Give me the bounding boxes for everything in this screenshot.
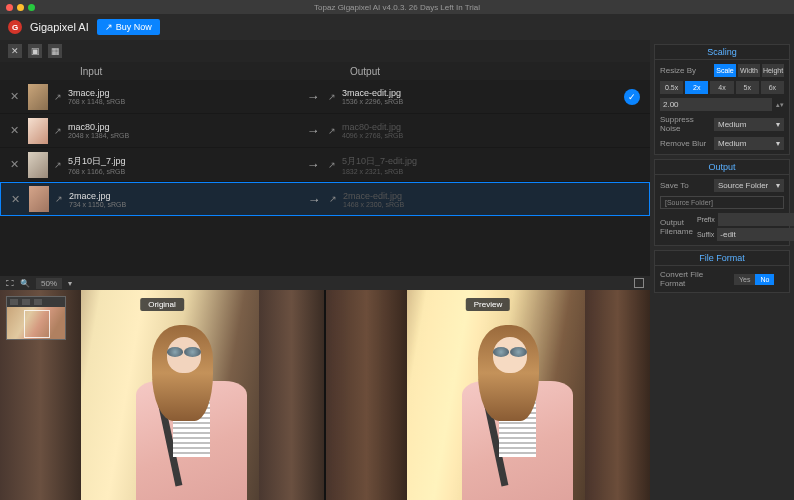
scaling-title: Scaling: [655, 45, 789, 60]
mode-width[interactable]: Width: [738, 64, 760, 77]
zoom-level[interactable]: 50%: [36, 278, 62, 289]
maximize-window[interactable]: [28, 4, 35, 11]
reveal-output-icon[interactable]: ↗: [328, 126, 342, 136]
chevron-down-icon: ▾: [776, 139, 780, 148]
file-format-panel: File Format Convert File Format Yes No: [654, 250, 790, 293]
buy-now-button[interactable]: ↗ Buy Now: [97, 19, 160, 35]
chevron-down-icon: ▾: [776, 120, 780, 129]
file-row[interactable]: ✕ ↗ 5月10日_7.jpg 768 x 1166, sRGB → ↗ 5月1…: [0, 148, 650, 182]
save-to-label: Save To: [660, 181, 710, 190]
check-icon[interactable]: ✓: [624, 89, 640, 105]
file-list: ✕ ↗ 3mace.jpg 768 x 1148, sRGB → ↗ 3mace…: [0, 80, 650, 216]
output-filename: 2mace-edit.jpg: [343, 191, 643, 201]
buy-label: Buy Now: [116, 22, 152, 32]
toggle-no[interactable]: No: [755, 274, 774, 285]
input-meta: 2048 x 1384, sRGB: [68, 132, 298, 139]
prefix-input[interactable]: [718, 213, 794, 226]
stepper-icon[interactable]: ▴▾: [776, 101, 784, 109]
list-headers: Input Output: [0, 62, 650, 80]
reveal-icon[interactable]: ↗: [54, 126, 68, 136]
custom-scale-input[interactable]: [660, 98, 772, 111]
remove-icon[interactable]: ✕: [6, 158, 22, 171]
app-logo-icon: G: [8, 20, 22, 34]
save-to-select[interactable]: Source Folder▾: [714, 179, 784, 192]
mode-height[interactable]: Height: [762, 64, 784, 77]
chevron-down-icon[interactable]: ▾: [68, 279, 72, 288]
chevron-down-icon: ▾: [776, 181, 780, 190]
output-filename: 3mace-edit.jpg: [342, 88, 624, 98]
suppress-noise-select[interactable]: Medium▾: [714, 118, 784, 131]
close-window[interactable]: [6, 4, 13, 11]
preset-2x[interactable]: 2x: [685, 81, 708, 94]
prefix-label: Prefix: [697, 216, 715, 223]
preview-label: Preview: [466, 298, 510, 311]
minimize-window[interactable]: [17, 4, 24, 11]
file-row[interactable]: ✕ ↗ 3mace.jpg 768 x 1148, sRGB → ↗ 3mace…: [0, 80, 650, 114]
input-meta: 734 x 1150, sRGB: [69, 201, 299, 208]
preset-5x[interactable]: 5x: [736, 81, 759, 94]
suffix-input[interactable]: [717, 228, 794, 241]
preview-toolbar: ⛶ 🔍 50% ▾: [0, 276, 650, 290]
thumbnail: [28, 118, 48, 144]
original-label: Original: [140, 298, 184, 311]
layout-toggle-icon[interactable]: [634, 278, 644, 288]
input-filename: 5月10日_7.jpg: [68, 155, 298, 168]
resize-by-label: Resize By: [660, 66, 710, 75]
scale-presets: 0.5x 2x 4x 5x 6x: [660, 81, 784, 94]
remove-icon[interactable]: ✕: [6, 124, 22, 137]
preset-6x[interactable]: 6x: [761, 81, 784, 94]
window-controls: [6, 4, 35, 11]
input-filename: 3mace.jpg: [68, 88, 298, 98]
output-filename-label: Output Filename: [660, 218, 693, 236]
window-title: Topaz Gigapixel AI v4.0.3. 26 Days Left …: [314, 3, 480, 12]
input-meta: 768 x 1148, sRGB: [68, 98, 298, 105]
output-meta: 1832 x 2321, sRGB: [342, 168, 644, 175]
clear-all-icon[interactable]: ✕: [8, 44, 22, 58]
app-name: Gigapixel AI: [30, 21, 89, 33]
fit-icon[interactable]: ⛶: [6, 279, 14, 288]
magnify-icon[interactable]: 🔍: [20, 279, 30, 288]
navigator-thumbs: [7, 297, 65, 307]
thumbnail: [29, 186, 49, 212]
remove-blur-label: Remove Blur: [660, 139, 710, 148]
output-meta: 1536 x 2296, sRGB: [342, 98, 624, 105]
file-format-title: File Format: [655, 251, 789, 266]
arrow-right-icon: →: [299, 192, 329, 207]
toolbar: ✕ ▣ ▦: [0, 40, 650, 62]
preset-0-5x[interactable]: 0.5x: [660, 81, 683, 94]
suppress-noise-label: Suppress Noise: [660, 115, 710, 133]
toggle-yes[interactable]: Yes: [734, 274, 755, 285]
browse-icon[interactable]: ▦: [48, 44, 62, 58]
output-meta: 1468 x 2300, sRGB: [343, 201, 643, 208]
scaling-panel: Scaling Resize By Scale Width Height 0.5…: [654, 44, 790, 155]
navigator[interactable]: [6, 296, 66, 340]
remove-icon[interactable]: ✕: [7, 193, 23, 206]
preview-pane[interactable]: Preview: [326, 290, 650, 500]
output-meta: 4096 x 2768, sRGB: [342, 132, 644, 139]
output-filename: 5月10日_7-edit.jpg: [342, 155, 644, 168]
remove-blur-select[interactable]: Medium▾: [714, 137, 784, 150]
list-empty-area: [0, 216, 650, 276]
reveal-output-icon[interactable]: ↗: [329, 194, 343, 204]
file-row-selected[interactable]: ✕ ↗ 2mace.jpg 734 x 1150, sRGB → ↗ 2mace…: [0, 182, 650, 216]
topbar: G Gigapixel AI ↗ Buy Now: [0, 14, 794, 40]
reveal-icon[interactable]: ↗: [55, 194, 69, 204]
reveal-output-icon[interactable]: ↗: [328, 160, 342, 170]
header-output: Output: [350, 66, 380, 77]
arrow-right-icon: →: [298, 123, 328, 138]
source-folder-path: [Source Folder]: [660, 196, 784, 209]
preset-4x[interactable]: 4x: [710, 81, 733, 94]
titlebar: Topaz Gigapixel AI v4.0.3. 26 Days Left …: [0, 0, 794, 14]
side-panel: Scaling Resize By Scale Width Height 0.5…: [650, 40, 794, 500]
convert-toggle: Yes No: [734, 274, 774, 285]
navigator-viewport[interactable]: [7, 307, 65, 339]
reveal-icon[interactable]: ↗: [54, 92, 68, 102]
mode-scale[interactable]: Scale: [714, 64, 736, 77]
preview-area: Original Preview: [0, 290, 650, 500]
thumbnail: [28, 84, 48, 110]
reveal-icon[interactable]: ↗: [54, 160, 68, 170]
open-folder-icon[interactable]: ▣: [28, 44, 42, 58]
remove-icon[interactable]: ✕: [6, 90, 22, 103]
file-row[interactable]: ✕ ↗ mac80.jpg 2048 x 1384, sRGB → ↗ mac8…: [0, 114, 650, 148]
reveal-output-icon[interactable]: ↗: [328, 92, 342, 102]
